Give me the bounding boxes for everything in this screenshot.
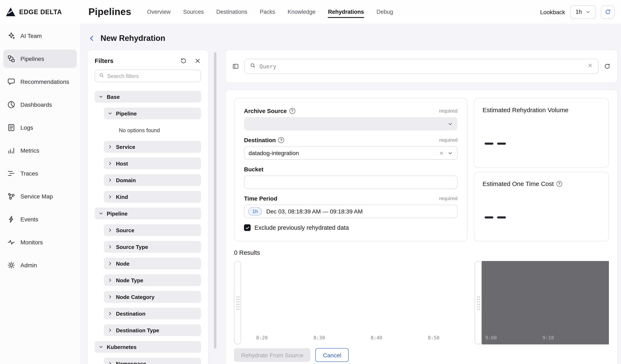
required-badge: required (439, 195, 458, 201)
traces-icon (7, 169, 16, 178)
sidebar-item-pipelines[interactable]: Pipelines (3, 50, 77, 68)
cancel-button[interactable]: Cancel (315, 348, 349, 362)
filter-section-pipeline[interactable]: Pipeline (95, 208, 201, 219)
query-input[interactable] (259, 63, 584, 70)
filter-section-node-category[interactable]: Node Category (104, 291, 201, 303)
sidebar-item-admin[interactable]: Admin (3, 256, 77, 274)
sidebar-item-metrics[interactable]: Metrics (3, 141, 77, 160)
lookback-select[interactable]: 1h (570, 5, 596, 18)
timeline-left-handle[interactable] (234, 261, 241, 344)
lookback-value: 1h (576, 9, 582, 15)
timeline-tick: 9:00 (485, 335, 497, 341)
sidebar-item-logs[interactable]: Logs (3, 118, 77, 137)
filter-section-kubernetes[interactable]: Kubernetes (95, 341, 201, 353)
sidebar: AI TeamPipelinesRecommendationsDashboard… (0, 24, 80, 364)
sidebar-item-label: Metrics (20, 147, 39, 154)
exclude-rehydrated-row[interactable]: Exclude previously rehydrated data (244, 224, 458, 231)
tab-knowledge[interactable]: Knowledge (288, 6, 315, 18)
tab-overview[interactable]: Overview (147, 6, 171, 18)
filter-section-namespace[interactable]: Namespace (104, 358, 201, 364)
filter-section-kind[interactable]: Kind (104, 191, 201, 203)
chevron-down-icon (98, 344, 104, 349)
brand: EDGE DELTA (0, 0, 80, 24)
sidebar-item-events[interactable]: Events (3, 210, 77, 228)
filter-section-label: Node (116, 260, 129, 267)
timeline-tick: 8:30 (313, 335, 325, 341)
filter-section-domain[interactable]: Domain (104, 174, 201, 186)
sidebar-item-label: Service Map (20, 193, 53, 200)
main-content: New Rehydration Filters Base (80, 24, 621, 364)
destination-select[interactable]: datadog-integration (244, 146, 458, 160)
query-refresh-button[interactable] (604, 63, 611, 70)
rehydration-page-title: New Rehydration (101, 34, 165, 43)
filter-section-label: Domain (116, 177, 136, 183)
close-filters-button[interactable] (194, 57, 201, 64)
filters-scrollbar[interactable] (214, 52, 216, 364)
estimates-column: Estimated Rehydration Volume Estimated O… (474, 98, 609, 242)
sidebar-item-label: Traces (20, 170, 38, 177)
time-period-input[interactable]: 1h Dec 03, 08:18:39 AM — 09:18:39 AM (244, 205, 458, 218)
destination-label: Destination? (244, 137, 284, 143)
bucket-label: Bucket (244, 166, 263, 173)
chevron-right-icon (108, 194, 113, 199)
filter-section-label: Namespace (116, 361, 146, 364)
clear-destination-icon[interactable] (439, 150, 444, 156)
filter-section-pipeline[interactable]: Pipeline (104, 108, 201, 119)
checkbox-checked-icon[interactable] (244, 224, 251, 231)
tab-sources[interactable]: Sources (183, 6, 204, 18)
sidebar-item-monitors[interactable]: Monitors (3, 233, 77, 251)
query-input-wrap (244, 59, 599, 74)
query-bar (225, 50, 618, 83)
tab-destinations[interactable]: Destinations (216, 6, 247, 18)
filter-section-host[interactable]: Host (104, 158, 201, 169)
bucket-input[interactable] (244, 175, 458, 189)
sidebar-item-ai-team[interactable]: AI Team (3, 27, 77, 45)
required-badge: required (439, 137, 458, 143)
archive-source-select[interactable] (244, 117, 458, 131)
results-count: 0 Results (234, 249, 609, 256)
reset-filters-button[interactable] (180, 57, 187, 64)
chevron-right-icon (108, 161, 113, 166)
archive-source-label: Archive Source? (244, 108, 295, 114)
rehydrate-button[interactable]: Rehydrate From Source (234, 348, 310, 362)
filter-section-destination[interactable]: Destination (104, 308, 201, 319)
placeholder-value-dashes (483, 216, 600, 219)
sidebar-item-traces[interactable]: Traces (3, 164, 77, 183)
chevron-down-icon (448, 150, 453, 156)
back-button[interactable] (88, 35, 96, 42)
service-map-icon (7, 192, 16, 201)
filter-section-service[interactable]: Service (104, 141, 201, 153)
sidebar-item-service-map[interactable]: Service Map (3, 187, 77, 206)
filter-section-node-type[interactable]: Node Type (104, 274, 201, 286)
clear-query-icon[interactable] (587, 63, 593, 70)
filter-section-label: Kubernetes (107, 344, 137, 350)
chevron-right-icon (108, 311, 113, 316)
chevron-down-icon (98, 211, 104, 216)
exclude-rehydrated-label: Exclude previously rehydrated data (254, 224, 349, 231)
filter-section-base[interactable]: Base (95, 91, 201, 103)
filters-search-input[interactable] (107, 73, 197, 79)
timeline-right-handle[interactable] (475, 261, 482, 344)
filter-section-source-type[interactable]: Source Type (104, 241, 201, 253)
filter-section-label: Source Type (116, 244, 148, 250)
scrollbar-thumb[interactable] (214, 52, 216, 348)
sidebar-item-dashboards[interactable]: Dashboards (3, 95, 77, 114)
monitors-icon (7, 238, 16, 246)
chevron-right-icon (108, 178, 113, 183)
chevron-right-icon (108, 261, 113, 266)
tab-debug[interactable]: Debug (377, 6, 393, 18)
filter-section-destination-type[interactable]: Destination Type (104, 324, 201, 336)
global-refresh-button[interactable] (601, 5, 614, 18)
filter-section-node[interactable]: Node (104, 258, 201, 269)
lookback-label: Lookback (540, 9, 565, 15)
tab-rehydrations[interactable]: Rehydrations (328, 6, 364, 18)
sidebar-item-recommendations[interactable]: Recommendations (3, 72, 77, 91)
tab-packs[interactable]: Packs (260, 6, 275, 18)
events-icon (7, 215, 16, 224)
filter-section-source[interactable]: Source (104, 224, 201, 236)
sidebar-item-label: Dashboards (20, 101, 52, 108)
topbar: Pipelines OverviewSourcesDestinationsPac… (80, 0, 621, 24)
actions-row: Rehydrate From Source Cancel (234, 348, 609, 362)
collapse-panel-button[interactable] (232, 63, 239, 70)
dashboards-icon (7, 101, 16, 109)
